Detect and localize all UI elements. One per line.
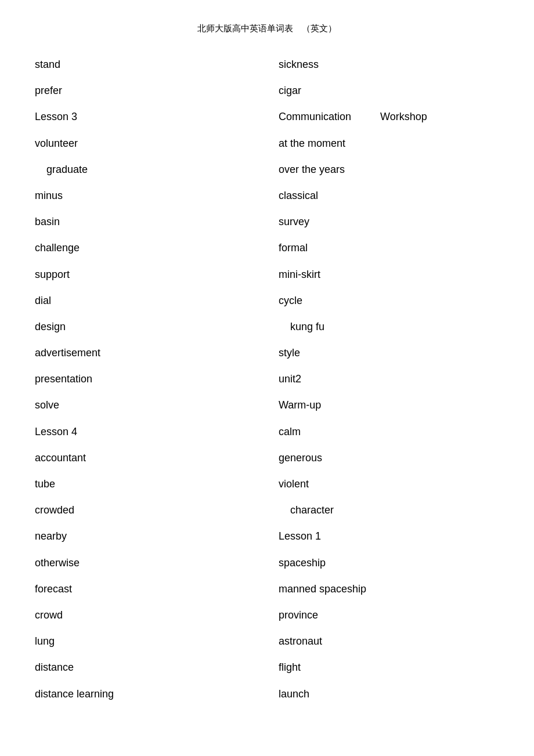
- left-word-item: crowd: [35, 602, 255, 628]
- left-word-item: distance: [35, 654, 255, 681]
- left-word-item: otherwise: [35, 550, 255, 576]
- left-word-item: design: [35, 314, 255, 340]
- left-word-item: Lesson 4: [35, 419, 255, 445]
- right-word-item: cycle: [279, 288, 499, 314]
- left-word-item: presentation: [35, 366, 255, 392]
- right-word-item: survey: [279, 209, 499, 235]
- right-word-item: kung fu: [279, 314, 499, 340]
- left-word-item: volunteer: [35, 131, 255, 157]
- left-column: standpreferLesson 3volunteergraduateminu…: [35, 52, 255, 707]
- left-word-item: Lesson 3: [35, 104, 255, 130]
- left-word-item: prefer: [35, 78, 255, 104]
- left-word-item: accountant: [35, 445, 255, 471]
- right-word-item: mini-skirt: [279, 262, 499, 288]
- left-word-item: graduate: [35, 157, 255, 183]
- right-word-item: violent: [279, 471, 499, 497]
- right-word-item: cigar: [279, 78, 499, 104]
- right-column: sicknesscigarCommunicationWorkshopat the…: [279, 52, 499, 707]
- left-word-item: solve: [35, 392, 255, 418]
- right-word-item: calm: [279, 419, 499, 445]
- right-word-item: Warm-up: [279, 392, 499, 418]
- right-word-item: formal: [279, 235, 499, 261]
- right-word-item: flight: [279, 654, 499, 681]
- left-word-item: support: [35, 262, 255, 288]
- left-word-item: minus: [35, 183, 255, 209]
- right-word-item: at the moment: [279, 131, 499, 157]
- right-word-item: province: [279, 602, 499, 628]
- left-word-item: advertisement: [35, 340, 255, 366]
- left-word-item: tube: [35, 471, 255, 497]
- right-word-item: launch: [279, 681, 499, 707]
- left-word-item: nearby: [35, 523, 255, 549]
- right-word-item: character: [279, 497, 499, 523]
- right-word-item: unit2: [279, 366, 499, 392]
- right-word-item: manned spaceship: [279, 576, 499, 602]
- left-word-item: lung: [35, 628, 255, 654]
- right-word-item: sickness: [279, 52, 499, 78]
- left-word-item: basin: [35, 209, 255, 235]
- left-word-item: crowded: [35, 497, 255, 523]
- right-word-item: Lesson 1: [279, 523, 499, 549]
- right-word-item: astronaut: [279, 628, 499, 654]
- left-word-item: stand: [35, 52, 255, 78]
- left-word-item: dial: [35, 288, 255, 314]
- right-word-item: classical: [279, 183, 499, 209]
- word-list: standpreferLesson 3volunteergraduateminu…: [35, 52, 499, 707]
- right-word-item: over the years: [279, 157, 499, 183]
- page-title: 北师大版高中英语单词表 （英文）: [35, 23, 499, 34]
- right-word-item: style: [279, 340, 499, 366]
- right-word-item: generous: [279, 445, 499, 471]
- left-word-item: distance learning: [35, 681, 255, 707]
- left-word-item: forecast: [35, 576, 255, 602]
- right-word-item: CommunicationWorkshop: [279, 104, 499, 130]
- left-word-item: challenge: [35, 235, 255, 261]
- right-word-item: spaceship: [279, 550, 499, 576]
